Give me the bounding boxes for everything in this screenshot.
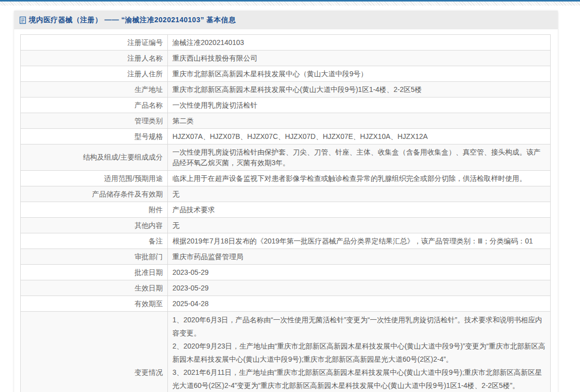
field-label: 产品储存条件及有效期 bbox=[21, 186, 168, 202]
row-storage-validity: 产品储存条件及有效期 无 bbox=[21, 186, 551, 202]
row-expiry-date: 有效期至 2025-04-28 bbox=[21, 296, 551, 312]
row-management-class: 管理类别 第二类 bbox=[21, 113, 551, 129]
field-label: 有效期至 bbox=[21, 296, 168, 312]
field-value: 无 bbox=[168, 186, 551, 202]
page-title: 境内医疗器械（注册） —— “渝械注准20202140103” 基本信息 bbox=[29, 16, 236, 25]
row-intended-use: 适用范围/预期用途 临床上用于在超声设备监视下对患者影像学检查或触诊检查异常的乳… bbox=[21, 171, 551, 186]
row-attachment: 附件 产品技术要求 bbox=[21, 202, 551, 218]
field-value: 产品技术要求 bbox=[168, 202, 551, 218]
field-value: 一次性使用乳房旋切活检针 bbox=[168, 97, 551, 113]
field-value: 重庆西山科技股份有限公司 bbox=[168, 51, 551, 66]
document-icon bbox=[19, 16, 26, 24]
field-label: 型号规格 bbox=[21, 129, 168, 144]
row-approval-date: 批准日期 2023-05-29 bbox=[21, 265, 551, 280]
field-value: 无 bbox=[168, 218, 551, 233]
field-label: 生产地址 bbox=[21, 82, 168, 97]
page-titlebar: 境内医疗器械（注册） —— “渝械注准20202140103” 基本信息 bbox=[14, 11, 558, 29]
field-label: 备注 bbox=[21, 233, 168, 249]
field-value: 2023-05-29 bbox=[168, 265, 551, 280]
field-label: 批准日期 bbox=[21, 265, 168, 280]
row-cert-number: 注册证编号 渝械注准20202140103 bbox=[21, 35, 551, 51]
field-label: 生效日期 bbox=[21, 280, 168, 296]
field-value: HJZX07A、HJZX07B、HJZX07C、HJZX07D、HJZX07E、… bbox=[168, 129, 551, 144]
field-value: 根据2019年7月18日发布的《2019年第一批医疗器械产品分类界定结果汇总》，… bbox=[168, 233, 551, 249]
row-registrant-address: 注册人住所 重庆市北部新区高新园木星科技发展中心（黄山大道中段9号） bbox=[21, 66, 551, 82]
row-effective-date: 生效日期 2023-05-29 bbox=[21, 280, 551, 296]
row-approval-department: 审批部门 重庆市药品监督管理局 bbox=[21, 249, 551, 265]
field-value: 一次性使用乳房旋切活检针由保护套、刀尖、刀管、针座、主体、收集盒（含备用收集盒）… bbox=[168, 144, 551, 171]
row-production-address: 生产地址 重庆市北部新区高新园木星科技发展中心(黄山大道中段9号)1区1-4楼、… bbox=[21, 82, 551, 97]
field-label: 结构及组成/主要组成成分 bbox=[21, 144, 168, 171]
row-change-history: 变更情况 1、2020年6月3日，产品名称由“一次性使用无菌活检针”变更为“一次… bbox=[21, 312, 551, 392]
field-value: 渝械注准20202140103 bbox=[168, 35, 551, 51]
field-value: 第二类 bbox=[168, 113, 551, 129]
row-registrant-name: 注册人名称 重庆西山科技股份有限公司 bbox=[21, 51, 551, 66]
row-structure-composition: 结构及组成/主要组成成分 一次性使用乳房旋切活检针由保护套、刀尖、刀管、针座、主… bbox=[21, 144, 551, 171]
field-label: 注册人住所 bbox=[21, 66, 168, 82]
field-label: 审批部门 bbox=[21, 249, 168, 265]
field-label: 注册人名称 bbox=[21, 51, 168, 66]
device-info-table: 注册证编号 渝械注准20202140103 注册人名称 重庆西山科技股份有限公司… bbox=[20, 34, 551, 392]
row-product-name: 产品名称 一次性使用乳房旋切活检针 bbox=[21, 97, 551, 113]
field-label: 产品名称 bbox=[21, 97, 168, 113]
decorative-stripes bbox=[0, 2, 580, 6]
row-remarks: 备注 根据2019年7月18日发布的《2019年第一批医疗器械产品分类界定结果汇… bbox=[21, 233, 551, 249]
content-panel: 境内医疗器械（注册） —— “渝械注准20202140103” 基本信息 注册证… bbox=[14, 11, 558, 392]
field-label: 管理类别 bbox=[21, 113, 168, 129]
row-other-content: 其他内容 无 bbox=[21, 218, 551, 233]
field-label: 注册证编号 bbox=[21, 35, 168, 51]
field-value: 重庆市北部新区高新园木星科技发展中心（黄山大道中段9号） bbox=[168, 66, 551, 82]
field-value: 重庆市药品监督管理局 bbox=[168, 249, 551, 265]
field-label: 适用范围/预期用途 bbox=[21, 171, 168, 186]
field-value: 1、2020年6月3日，产品名称由“一次性使用无菌活检针”变更为“一次性使用乳房… bbox=[168, 312, 551, 392]
field-label: 其他内容 bbox=[21, 218, 168, 233]
field-value: 临床上用于在超声设备监视下对患者影像学检查或触诊检查异常的乳腺组织完全或部分切除… bbox=[168, 171, 551, 186]
field-value: 2023-05-29 bbox=[168, 280, 551, 296]
field-label: 变更情况 bbox=[21, 312, 168, 392]
field-label: 附件 bbox=[21, 202, 168, 218]
field-value: 2025-04-28 bbox=[168, 296, 551, 312]
row-model-spec: 型号规格 HJZX07A、HJZX07B、HJZX07C、HJZX07D、HJZ… bbox=[21, 129, 551, 144]
field-value: 重庆市北部新区高新园木星科技发展中心(黄山大道中段9号)1区1-4楼、2-2区5… bbox=[168, 82, 551, 97]
